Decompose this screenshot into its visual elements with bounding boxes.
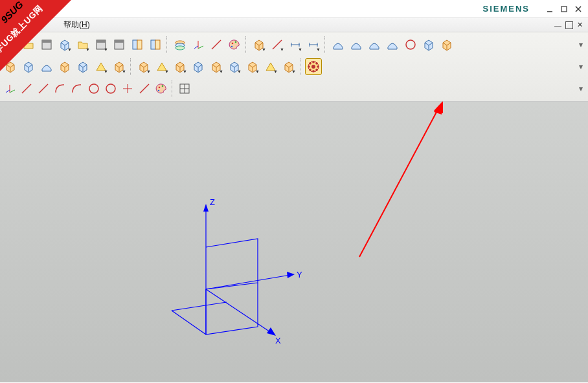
misc-b-icon[interactable] bbox=[438, 36, 455, 53]
tool-arc-icon[interactable] bbox=[52, 81, 68, 96]
menubar: 帮助(H) — ✕ bbox=[0, 18, 588, 32]
palette-icon[interactable] bbox=[226, 36, 243, 53]
dim-h-icon[interactable]: ▼ bbox=[287, 36, 304, 53]
box-a-icon[interactable] bbox=[2, 58, 19, 75]
box-meas-icon[interactable] bbox=[190, 58, 207, 75]
tool-line-c-icon[interactable] bbox=[137, 81, 152, 96]
fold-left-icon[interactable] bbox=[129, 36, 146, 53]
warn-tri-icon[interactable]: ▼ bbox=[153, 58, 170, 75]
titlebar: SIEMENS bbox=[0, 0, 588, 18]
misc-a-icon[interactable] bbox=[420, 36, 437, 53]
doc-close-button[interactable]: ✕ bbox=[577, 21, 583, 29]
box-x-icon[interactable]: ▼ bbox=[172, 58, 188, 75]
coordinate-system: Z Y X bbox=[0, 102, 588, 382]
radial-pattern-icon[interactable] bbox=[305, 58, 322, 75]
surf-a-icon[interactable] bbox=[330, 36, 346, 53]
tool-line-a-icon[interactable] bbox=[19, 81, 34, 96]
tool-palette-icon[interactable] bbox=[153, 81, 169, 96]
toolbar-overflow-2[interactable]: ▾ bbox=[579, 62, 587, 71]
doc-restore-button[interactable] bbox=[565, 21, 573, 29]
prism-icon[interactable]: ▼ bbox=[93, 58, 109, 75]
maximize-button[interactable] bbox=[558, 4, 570, 14]
toolbar-row-1: ▼▼▼▼▼▼▼▾ bbox=[1, 34, 587, 56]
toolbar-separator bbox=[300, 58, 302, 75]
menu-help[interactable]: 帮助(H) bbox=[58, 18, 95, 32]
tool-plus-icon[interactable] bbox=[120, 81, 135, 96]
surf-b-icon[interactable] bbox=[348, 36, 365, 53]
toolbar-area: ▼▼▼▼▼▼▼▾ ▼▼▼▼▼▼▼▼▼▼▾ ▾ bbox=[0, 32, 588, 102]
tool-curve-icon[interactable] bbox=[69, 81, 85, 96]
brand-label: SIEMENS bbox=[482, 4, 530, 14]
svg-marker-7 bbox=[287, 272, 295, 278]
svg-marker-9 bbox=[267, 327, 276, 336]
dim-hh-icon[interactable]: ▼ bbox=[305, 36, 322, 53]
surf-c-icon[interactable] bbox=[366, 36, 383, 53]
svg-line-10 bbox=[172, 311, 206, 334]
toolbar-row-3: ▾ bbox=[1, 78, 587, 100]
tool-circle-icon[interactable] bbox=[86, 81, 102, 96]
tri-sel-icon[interactable]: ▼ bbox=[262, 58, 279, 75]
doc-minimize-button[interactable]: — bbox=[554, 21, 561, 29]
close-button[interactable] bbox=[572, 4, 584, 14]
tool-line-b-icon[interactable] bbox=[36, 81, 51, 96]
svg-rect-1 bbox=[561, 6, 567, 12]
box-sel-icon[interactable]: ▼ bbox=[244, 58, 261, 75]
svg-line-6 bbox=[206, 275, 290, 289]
layer-window-icon[interactable] bbox=[111, 36, 128, 53]
toolbar-separator bbox=[245, 36, 248, 53]
weld-icon[interactable]: ▼ bbox=[269, 36, 286, 53]
ucs-xyz-icon[interactable] bbox=[190, 36, 207, 53]
toolbar-separator bbox=[166, 36, 169, 53]
measure-box-icon[interactable]: ▼ bbox=[251, 36, 267, 53]
svg-line-8 bbox=[206, 289, 272, 333]
sheet-icon[interactable]: ▼ bbox=[93, 36, 109, 53]
toolbar-separator bbox=[324, 36, 327, 53]
toolbar-row-2: ▼▼▼▼▼▼▼▼▼▼▾ bbox=[1, 56, 587, 78]
svg-line-11 bbox=[172, 302, 227, 311]
toolbar-overflow-1[interactable]: ▾ bbox=[579, 40, 587, 49]
move-box2-icon[interactable]: ▼ bbox=[280, 58, 297, 75]
toolbar-separator bbox=[172, 80, 174, 97]
axis-x-label: X bbox=[275, 336, 281, 345]
viewport-3d[interactable]: Z Y X bbox=[0, 102, 588, 382]
start-icon[interactable] bbox=[2, 36, 19, 53]
axis-y-label: Y bbox=[297, 270, 302, 279]
fold-right-icon[interactable] bbox=[147, 36, 164, 53]
minimize-button[interactable] bbox=[544, 4, 556, 14]
layers-icon[interactable] bbox=[172, 36, 188, 53]
box-dim-icon[interactable]: ▼ bbox=[226, 58, 243, 75]
cube-blue-icon[interactable]: ▼ bbox=[56, 36, 73, 53]
move-box-icon[interactable]: ▼ bbox=[135, 58, 152, 75]
box-cube-icon[interactable]: ▼ bbox=[208, 58, 225, 75]
axis-z-label: Z bbox=[210, 197, 215, 207]
box-b-icon[interactable] bbox=[20, 58, 37, 75]
surf-d-icon[interactable] bbox=[384, 36, 401, 53]
tool-donut-icon[interactable] bbox=[103, 81, 119, 96]
box-c-icon[interactable] bbox=[56, 58, 73, 75]
save-icon[interactable] bbox=[38, 36, 55, 53]
box-read-icon[interactable]: ▼ bbox=[111, 58, 128, 75]
box-d-icon[interactable] bbox=[74, 58, 91, 75]
tool-grid-icon[interactable] bbox=[177, 81, 192, 96]
tool-ucs-icon[interactable] bbox=[2, 81, 17, 96]
open-icon[interactable] bbox=[20, 36, 37, 53]
svg-marker-5 bbox=[203, 204, 209, 212]
surf-yellow-icon[interactable] bbox=[38, 58, 55, 75]
toolbar-separator bbox=[130, 58, 133, 75]
toolbar-overflow-3[interactable]: ▾ bbox=[579, 84, 587, 93]
magic-icon[interactable] bbox=[208, 36, 225, 53]
new-folder-icon[interactable]: ▼ bbox=[74, 36, 91, 53]
compass-icon[interactable] bbox=[402, 36, 419, 53]
